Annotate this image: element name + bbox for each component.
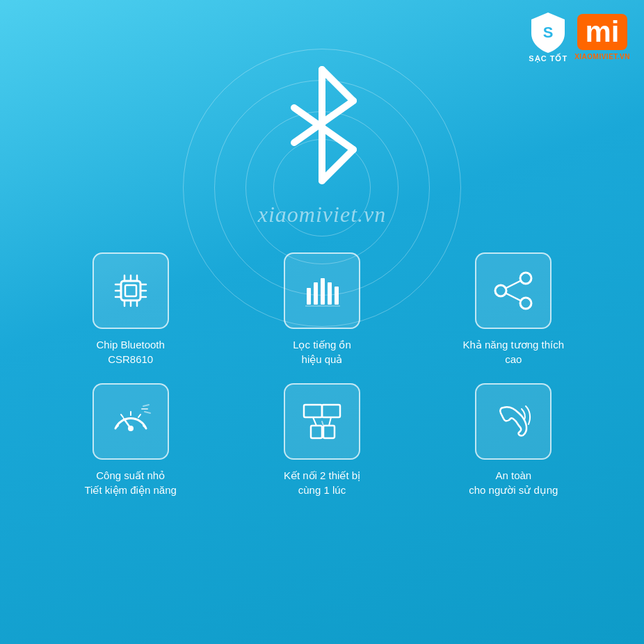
- noise-filter-label: Lọc tiếng ồnhiệu quả: [293, 337, 351, 367]
- mi-logo-icon: mi: [577, 14, 627, 50]
- feature-dual-connect: Kết nối 2 thiết bịcùng 1 lúc: [233, 383, 410, 497]
- svg-point-30: [520, 298, 531, 309]
- speedometer-icon-box: [92, 383, 169, 460]
- compatibility-label: Khả năng tương thíchcao: [463, 337, 565, 367]
- svg-line-4: [322, 70, 353, 101]
- dual-connect-label: Kết nối 2 thiết bịcùng 1 lúc: [284, 468, 360, 497]
- svg-text:mi: mi: [586, 15, 620, 48]
- top-logos: S SẠC TỐT mi XIAOMIVIET.VN: [529, 11, 630, 63]
- svg-line-32: [506, 293, 520, 300]
- svg-point-28: [520, 273, 531, 284]
- svg-line-47: [313, 417, 316, 426]
- svg-rect-45: [311, 426, 322, 438]
- speedometer-icon: [108, 399, 153, 444]
- svg-point-39: [128, 426, 134, 431]
- feature-low-power: Công suất nhỏTiết kiệm điện năng: [42, 383, 219, 497]
- svg-rect-9: [125, 285, 136, 296]
- safe-label: An toàncho người sử dụng: [469, 468, 558, 497]
- svg-line-49: [322, 421, 323, 426]
- svg-line-36: [138, 414, 140, 417]
- svg-rect-8: [121, 281, 140, 300]
- svg-line-48: [329, 417, 331, 426]
- xiaomiviet-label: XIAOMIVIET.VN: [574, 53, 630, 61]
- svg-rect-43: [304, 405, 322, 417]
- feature-safe: An toàncho người sử dụng: [425, 383, 602, 497]
- bluetooth-icon: [280, 63, 364, 188]
- svg-rect-46: [323, 426, 335, 438]
- svg-line-42: [145, 412, 150, 413]
- svg-text:S: S: [543, 24, 554, 41]
- main-container: S SẠC TỐT mi XIAOMIVIET.VN xiaomiviet.vn: [0, 0, 644, 644]
- bluetooth-section: xiaomiviet.vn: [258, 63, 386, 227]
- svg-line-34: [121, 414, 123, 417]
- share-icon: [491, 268, 536, 313]
- phone-safe-icon-box: [475, 383, 552, 460]
- mi-logo-wrapper: mi XIAOMIVIET.VN: [574, 14, 630, 61]
- sac-tot-label: SẠC TỐT: [529, 54, 567, 63]
- dual-device-icon-box: [284, 383, 360, 460]
- svg-point-29: [495, 285, 506, 296]
- chip-icon: [108, 268, 153, 313]
- sac-tot-logo: S SẠC TỐT: [529, 11, 567, 63]
- svg-line-31: [506, 281, 520, 288]
- dual-device-icon: [300, 399, 344, 444]
- chip-bluetooth-label: Chip BluetoothCSR8610: [96, 337, 164, 367]
- phone-safe-icon: [491, 399, 536, 444]
- watermark-text: xiaomiviet.vn: [258, 202, 386, 227]
- svg-line-41: [143, 405, 149, 406]
- low-power-label: Công suất nhỏTiết kiệm điện năng: [85, 468, 177, 497]
- chip-icon-box: [92, 252, 169, 329]
- shield-icon: S: [530, 11, 566, 53]
- svg-line-6: [322, 150, 353, 181]
- svg-rect-44: [322, 405, 340, 417]
- share-icon-box: [475, 252, 552, 329]
